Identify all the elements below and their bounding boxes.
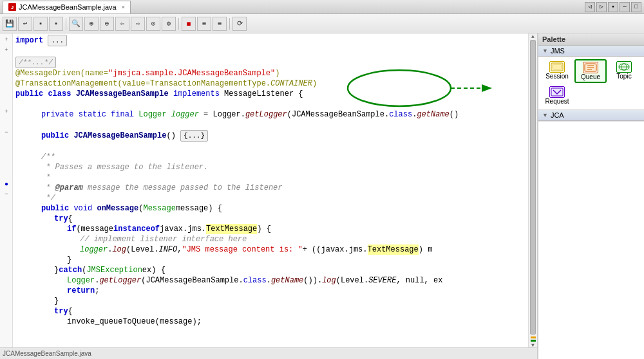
kw-void: void [73, 203, 92, 214]
code-line-field: private static final Logger logger = Log… [15, 109, 526, 120]
nav-menu-btn[interactable]: ▾ [608, 2, 618, 12]
kw-import: import [15, 35, 43, 46]
toolbar-next-btn[interactable]: ⇨ [131, 17, 145, 31]
palette-item-queue[interactable]: Queue [574, 59, 607, 83]
svg-rect-3 [553, 64, 562, 69]
tab-close-btn[interactable]: × [122, 4, 125, 10]
toolbar-format-btn[interactable]: ≡ [197, 17, 211, 31]
toolbar-indent-btn[interactable]: ≡ [213, 17, 227, 31]
kw-final: final [111, 109, 134, 120]
gutter-empty8 [0, 148, 13, 158]
code-line-blank1 [15, 46, 526, 57]
constructor-body[interactable]: {...} [180, 130, 208, 142]
toolbar-btn2[interactable]: ▪ [49, 17, 63, 31]
gutter-empty7 [0, 138, 13, 148]
method-onmessage: onMessage [97, 203, 138, 214]
scroll-indicator1 [531, 336, 536, 338]
method-getname2: getName [271, 275, 303, 286]
palette-section-jca-header[interactable]: ▼ JCA [538, 110, 644, 121]
code-content: + + + − ● − [0, 33, 537, 347]
kw-class: class [48, 89, 71, 99]
jca-section-label: JCA [551, 111, 564, 119]
java-file-icon: J [8, 3, 16, 11]
topic-icon [616, 61, 632, 73]
kw-return: return [67, 286, 95, 296]
type-jmsex: JMSException [86, 265, 142, 275]
palette-title: Palette [538, 33, 644, 46]
toolbar-save-btn[interactable]: 💾 [3, 17, 17, 31]
toolbar-undo-btn[interactable]: ↩ [18, 17, 32, 31]
toolbar-run-btn[interactable]: ⊙ [146, 17, 160, 31]
code-line-severe: Logger.getLogger(JCAMessageBeanSample.cl… [15, 275, 526, 286]
toolbar-find-btn[interactable]: ⊕ [84, 17, 99, 31]
toolbar-stop-btn[interactable]: ◼ [182, 17, 196, 31]
constructor-name: JCAMessageBeanSample [73, 131, 166, 141]
gutter-expand-import[interactable]: + [0, 35, 13, 45]
toolbar-replace-btn[interactable]: ⊖ [100, 17, 114, 31]
scroll-thumb[interactable] [530, 40, 536, 335]
kw-implements: implements [173, 89, 220, 99]
toolbar-debug-btn[interactable]: ⊚ [162, 17, 176, 31]
kw-public2: public [41, 131, 69, 141]
svg-rect-11 [551, 88, 563, 96]
highlight-textmessage2: TextMessage [368, 244, 419, 255]
gutter-collapse-javadoc[interactable]: − [0, 127, 13, 138]
import-block[interactable]: ... [48, 35, 67, 46]
gutter-collapse-method[interactable]: − [0, 189, 13, 199]
toolbar-darkbg-btn[interactable]: ▪ [33, 17, 48, 31]
toolbar-sep2 [178, 18, 179, 30]
code-line-close1: } [15, 255, 526, 265]
code-area[interactable]: import ... /**...*/ @MessageDriven(name=… [13, 33, 528, 347]
toolbar-search-btn[interactable]: 🔍 [69, 17, 83, 31]
toolbar-hierarchy-btn[interactable]: ⟳ [232, 17, 247, 31]
code-line-if: if (message instanceof javax.jms.TextMes… [15, 224, 526, 234]
main-area: + + + − ● − [0, 33, 644, 359]
gutter-empty16 [0, 251, 13, 261]
javadoc-collapsed[interactable]: /**...*/ [15, 57, 56, 68]
method-log1: log [112, 244, 126, 255]
palette-item-request[interactable]: Request [541, 84, 573, 107]
gutter-empty15 [0, 241, 13, 251]
code-editor[interactable]: + + + − ● − [0, 33, 538, 359]
comment-impl: // implement listener interface here [80, 234, 247, 244]
toolbar-prev-btn[interactable]: ⇦ [115, 17, 129, 31]
level-info: INFO [158, 244, 177, 255]
code-line-javadoc-param: * @param message the message passed to t… [15, 183, 526, 193]
jca-section-arrow: ▼ [542, 112, 548, 118]
nav-back-btn[interactable]: ◁ [585, 2, 595, 12]
gutter-empty17 [0, 261, 13, 272]
palette-section-jms-header[interactable]: ▼ JMS [538, 46, 644, 57]
type-message: Message [143, 203, 175, 214]
palette-item-topic[interactable]: Topic [608, 59, 640, 83]
minimize-btn[interactable]: — [620, 2, 630, 12]
scroll-up-btn[interactable]: ▲ [529, 33, 537, 39]
import-collapsed [43, 35, 48, 46]
palette-section-jca: ▼ JCA [538, 110, 644, 122]
vertical-scrollbar[interactable]: ▲ ▼ [528, 33, 537, 347]
nav-forward-btn[interactable]: ▷ [596, 2, 607, 12]
code-line-try1: try { [15, 214, 526, 224]
gutter-expand-constructor[interactable]: + [0, 107, 13, 117]
title-bar: J JCAMessageBeanSample.java × ◁ ▷ ▾ — □ [0, 0, 644, 14]
type-logger: Logger [138, 109, 166, 120]
gutter-expand-comment[interactable]: + [0, 45, 13, 55]
gutter-method-arrow: ● [0, 179, 13, 189]
kw-try1: try [54, 214, 68, 224]
highlight-textmessage1: TextMessage [206, 224, 257, 234]
level-severe: SEVERE [368, 275, 396, 286]
file-tab[interactable]: J JCAMessageBeanSample.java × [3, 1, 131, 14]
type-logger2: Logger [67, 275, 95, 286]
queue-icon [583, 62, 598, 73]
kw-class3: class [243, 275, 267, 286]
request-label: Request [545, 98, 569, 105]
gutter-empty2 [0, 66, 13, 76]
palette-item-session[interactable]: Session [541, 59, 573, 83]
gutter-empty11 [0, 199, 13, 210]
scroll-down-btn[interactable]: ▼ [529, 342, 537, 347]
javadoc-passes: * Passes a message to the listener. [41, 162, 208, 172]
kw-try2: try [54, 306, 68, 317]
tab-label: JCAMessageBeanSample.java [19, 3, 117, 11]
maximize-btn[interactable]: □ [631, 2, 641, 12]
code-line-annotation1: @MessageDriven(name="jmsjca.sample.JCAMe… [15, 68, 526, 78]
method-getlogger2: getLogger [99, 275, 141, 286]
